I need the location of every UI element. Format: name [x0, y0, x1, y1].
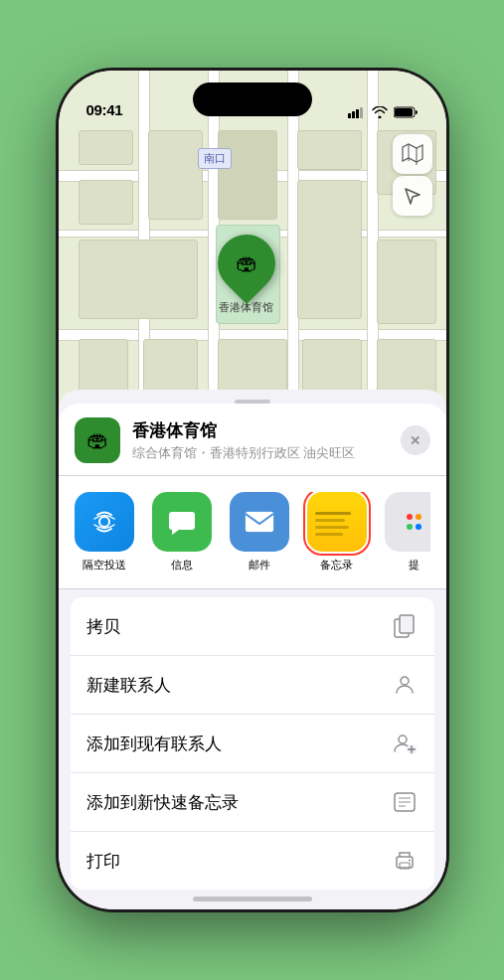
phone-frame: 09:41: [59, 71, 446, 909]
location-info: 香港体育馆 综合体育馆・香港特别行政区 油尖旺区: [132, 419, 389, 462]
phone-screen: 09:41: [59, 71, 446, 909]
action-add-contact[interactable]: 添加到现有联系人: [71, 715, 434, 773]
home-indicator: [193, 897, 312, 901]
location-pin: 🏟 香港体育馆: [218, 235, 275, 315]
messages-icon-wrap: [152, 492, 212, 552]
svg-rect-10: [246, 512, 273, 532]
dynamic-island: [193, 82, 312, 116]
airdrop-icon: [90, 508, 118, 536]
map-type-button[interactable]: [393, 134, 432, 174]
svg-rect-1: [352, 111, 355, 118]
location-name: 香港体育馆: [132, 419, 389, 442]
svg-rect-5: [395, 108, 413, 116]
more-label: 提: [409, 558, 420, 572]
svg-rect-2: [356, 109, 359, 118]
svg-rect-12: [400, 615, 414, 633]
pin-bubble: 🏟: [205, 223, 286, 304]
location-subtitle: 综合体育馆・香港特别行政区 油尖旺区: [132, 444, 389, 462]
action-quick-note[interactable]: 添加到新快速备忘录: [71, 773, 434, 832]
location-arrow-icon: [404, 187, 421, 205]
battery-icon: [394, 106, 419, 118]
svg-rect-0: [348, 113, 351, 118]
location-button[interactable]: [393, 176, 432, 216]
print-icon: [391, 847, 419, 875]
airdrop-label: 隔空投送: [83, 558, 126, 572]
new-contact-icon: [391, 671, 419, 699]
close-icon: ✕: [410, 433, 420, 448]
more-icon-wrap: [385, 492, 430, 552]
share-row: 隔空投送 信息: [59, 476, 446, 589]
add-contact-label: 添加到现有联系人: [86, 733, 222, 755]
map-controls: [393, 134, 432, 216]
svg-point-14: [399, 735, 407, 743]
wifi-icon: [372, 106, 388, 118]
print-label: 打印: [86, 850, 120, 873]
status-icons: [348, 106, 419, 118]
quick-note-icon: [391, 788, 419, 816]
action-copy[interactable]: 拷贝: [71, 597, 434, 656]
messages-label: 信息: [171, 558, 193, 572]
map-icon: [402, 143, 423, 165]
share-item-messages[interactable]: 信息: [152, 492, 212, 572]
notes-icon-wrap: [307, 492, 367, 552]
share-item-more[interactable]: 提: [385, 492, 430, 572]
close-button[interactable]: ✕: [401, 425, 430, 455]
signal-icon: [348, 106, 366, 118]
status-time: 09:41: [86, 101, 123, 118]
mail-icon-wrap: [230, 492, 289, 552]
mail-icon: [245, 511, 274, 533]
svg-point-8: [99, 517, 109, 527]
svg-point-13: [401, 677, 409, 685]
copy-icon: [391, 612, 419, 640]
copy-label: 拷贝: [86, 615, 120, 638]
share-item-mail[interactable]: 邮件: [230, 492, 289, 572]
svg-point-24: [409, 860, 411, 862]
share-items-list: 隔空投送 信息: [75, 492, 430, 572]
messages-icon: [167, 507, 197, 537]
action-new-contact[interactable]: 新建联系人: [71, 656, 434, 715]
action-print[interactable]: 打印: [71, 832, 434, 890]
bottom-sheet: 🏟 香港体育馆 综合体育馆・香港特别行政区 油尖旺区 ✕: [59, 390, 446, 909]
add-contact-icon: [391, 730, 419, 757]
location-venue-icon: 🏟: [75, 417, 120, 463]
quick-note-label: 添加到新快速备忘录: [86, 791, 239, 814]
share-item-airdrop[interactable]: 隔空投送: [75, 492, 134, 572]
share-item-notes[interactable]: 备忘录: [307, 492, 367, 572]
new-contact-label: 新建联系人: [86, 674, 171, 697]
action-list: 拷贝 新建联系人: [71, 597, 434, 890]
svg-rect-3: [360, 107, 363, 118]
location-header: 🏟 香港体育馆 综合体育馆・香港特别行政区 油尖旺区 ✕: [59, 404, 446, 476]
map-label: 南口: [198, 148, 232, 169]
pin-icon: 🏟: [236, 250, 257, 276]
mail-label: 邮件: [249, 558, 270, 572]
notes-label: 备忘录: [320, 558, 353, 572]
airdrop-icon-wrap: [75, 492, 134, 552]
